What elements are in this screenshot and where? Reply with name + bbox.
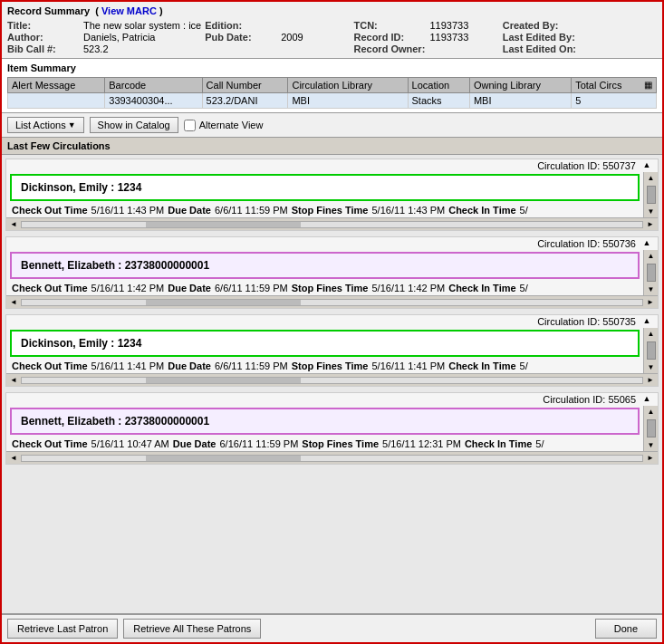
due-value-3: 6/16/11 11:59 PM	[219, 438, 298, 449]
due-value-0: 6/6/11 11:59 PM	[215, 205, 288, 216]
stop-fines-label-3: Stop Fines Time	[302, 438, 379, 449]
cell-barcode: 3393400304...	[105, 93, 202, 109]
circ-id-value-0: 550737	[602, 160, 636, 171]
stop-fines-label-1: Stop Fines Time	[292, 283, 369, 293]
list-actions-button[interactable]: List Actions	[7, 117, 84, 133]
last-edited-on-label: Last Edited On:	[503, 43, 584, 54]
bottom-bar: Retrieve Last Patron Retrieve All These …	[2, 613, 662, 642]
created-by-label: Created By:	[503, 20, 584, 31]
stop-fines-label-2: Stop Fines Time	[292, 360, 369, 371]
due-value-1: 6/6/11 11:59 PM	[215, 283, 288, 293]
checkin-label-3: Check In Time	[465, 438, 532, 449]
alternate-view-label: Alternate View	[199, 120, 264, 130]
scroll-left-1[interactable]: ◄	[8, 298, 19, 306]
done-button[interactable]: Done	[595, 619, 657, 639]
alternate-view-checkbox-label[interactable]: Alternate View	[184, 120, 264, 131]
horiz-scroll-3: ◄ ►	[6, 451, 658, 464]
scroll-up-0[interactable]: ▲	[648, 174, 655, 182]
cell-circ-library: MBI	[288, 93, 408, 109]
scroll-thumb-3	[647, 419, 656, 437]
checkout-value-1: 5/16/11 1:42 PM	[91, 283, 165, 293]
stop-fines-label-0: Stop Fines Time	[292, 205, 369, 216]
checkout-value-0: 5/16/11 1:43 PM	[91, 205, 165, 216]
scroll-down-0[interactable]: ▼	[648, 207, 655, 216]
scroll-up-2[interactable]: ▲	[648, 330, 655, 338]
due-label-3: Due Date	[173, 438, 217, 449]
circ-id-label-2: Circulation ID:	[537, 316, 602, 327]
tcn-label: TCN:	[353, 20, 426, 31]
checkin-label-0: Check In Time	[448, 205, 515, 216]
circ-scroll-up-1[interactable]: ▲	[640, 238, 654, 249]
circ-list[interactable]: Circulation ID: 550737 ▲ Dickinson, Emil…	[2, 155, 662, 613]
circ-scroll-up-2[interactable]: ▲	[640, 316, 654, 327]
view-marc-link[interactable]: View MARC	[101, 5, 157, 16]
scroll-thumb-2	[647, 341, 656, 360]
scroll-left-0[interactable]: ◄	[8, 220, 19, 228]
scroll-down-3[interactable]: ▼	[648, 441, 655, 449]
record-owner-value	[429, 43, 498, 54]
item-table: Alert Message Barcode Call Number Circul…	[7, 77, 657, 109]
scroll-right-1[interactable]: ►	[645, 298, 656, 306]
author-label: Author:	[7, 32, 80, 43]
edition-value	[281, 20, 350, 31]
cell-alert-message	[8, 93, 105, 109]
last-edited-on-value	[588, 43, 657, 54]
bib-call-label: Bib Call #:	[7, 43, 80, 54]
circ-id-value-3: 55065	[608, 394, 636, 405]
toolbar: List Actions Show in Catalog Alternate V…	[2, 113, 662, 138]
scroll-up-3[interactable]: ▲	[648, 408, 655, 416]
patron-name-3: Bennett, Elizabeth : 23738000000001	[10, 408, 640, 435]
checkin-value-3: 5/	[535, 438, 544, 449]
scroll-thumb-0	[647, 186, 656, 204]
circ-details-2: Check Out Time 5/16/11 1:41 PM Due Date …	[6, 359, 643, 373]
last-edited-by-value	[588, 32, 657, 43]
alternate-view-checkbox[interactable]	[184, 120, 196, 131]
item-summary-section: Item Summary Alert Message Barcode Call …	[2, 59, 662, 113]
due-value-2: 6/6/11 11:59 PM	[215, 360, 288, 371]
patron-name-1: Bennett, Elizabeth : 23738000000001	[10, 252, 640, 279]
col-alert-message: Alert Message	[8, 78, 105, 93]
circ-id-label-1: Circulation ID:	[537, 238, 602, 249]
bib-call-value: 523.2	[83, 43, 201, 54]
checkin-label-1: Check In Time	[448, 283, 515, 293]
show-in-catalog-button[interactable]: Show in Catalog	[90, 117, 178, 133]
col-barcode: Barcode	[105, 78, 202, 93]
main-window: Record Summary ( View MARC ) Title: The …	[0, 0, 664, 644]
record-summary-section: Record Summary ( View MARC ) Title: The …	[2, 2, 662, 59]
circ-scroll-up-3[interactable]: ▲	[640, 394, 654, 405]
record-id-value: 1193733	[429, 32, 498, 43]
scroll-right-2[interactable]: ►	[645, 376, 656, 384]
table-row: 3393400304... 523.2/DANI MBI Stacks MBI …	[8, 93, 657, 109]
scroll-right-0[interactable]: ►	[645, 220, 656, 228]
circ-details-1: Check Out Time 5/16/11 1:42 PM Due Date …	[6, 281, 643, 295]
checkin-value-1: 5/	[520, 283, 528, 293]
stop-fines-value-2: 5/16/11 1:41 PM	[371, 360, 445, 371]
scroll-down-2[interactable]: ▼	[648, 363, 655, 371]
record-summary-title: Record Summary ( View MARC )	[7, 5, 657, 16]
retrieve-last-patron-button[interactable]: Retrieve Last Patron	[7, 619, 118, 639]
cell-location: Stacks	[408, 93, 469, 109]
table-config-icon[interactable]: ▦	[644, 80, 652, 90]
circulations-section: Last Few Circulations Circulation ID: 55…	[2, 138, 662, 613]
edition-label: Edition:	[205, 20, 277, 31]
scroll-left-3[interactable]: ◄	[8, 454, 19, 462]
checkout-value-3: 5/16/11 10:47 AM	[91, 438, 169, 449]
scroll-down-1[interactable]: ▼	[648, 285, 655, 293]
checkin-value-0: 5/	[520, 205, 528, 216]
scroll-right-3[interactable]: ►	[645, 454, 656, 462]
scroll-left-2[interactable]: ◄	[8, 376, 19, 384]
circ-id-label-3: Circulation ID:	[543, 394, 608, 405]
stop-fines-value-0: 5/16/11 1:43 PM	[371, 205, 445, 216]
checkout-label-2: Check Out Time	[12, 360, 88, 371]
patron-name-0: Dickinson, Emily : 1234	[10, 174, 640, 201]
checkin-value-2: 5/	[520, 360, 528, 371]
retrieve-all-patrons-button[interactable]: Retrieve All These Patrons	[123, 619, 261, 639]
col-location: Location	[408, 78, 469, 93]
circ-id-value-2: 550735	[602, 316, 636, 327]
circ-scroll-up-0[interactable]: ▲	[640, 160, 654, 171]
circ-details-3: Check Out Time 5/16/11 10:47 AM Due Date…	[6, 437, 643, 451]
col-total-circs: Total Circs ▦	[572, 78, 657, 93]
item-summary-title: Item Summary	[7, 62, 657, 73]
due-label-2: Due Date	[168, 360, 211, 371]
scroll-up-1[interactable]: ▲	[648, 252, 655, 260]
